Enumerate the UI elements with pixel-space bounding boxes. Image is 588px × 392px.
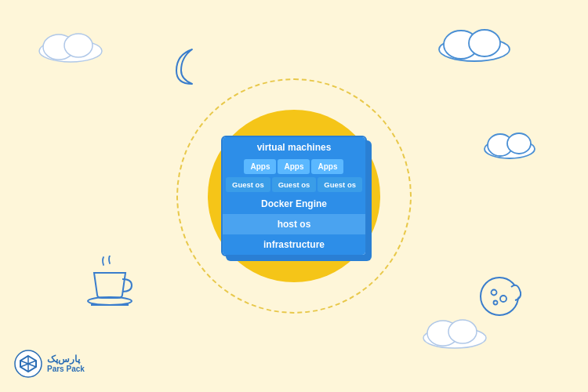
apps-badge-3: Apps: [312, 159, 344, 174]
cloud-top-right: [431, 20, 517, 66]
main-scene: virtual machines Apps Apps Apps Guest os…: [0, 0, 588, 392]
docker-card: virtual machines Apps Apps Apps Guest os…: [221, 136, 367, 256]
logo-english-text: Pars Pack: [47, 365, 85, 373]
logo-persian-text: پارس‌پک: [47, 354, 85, 365]
logo-icon: [14, 350, 42, 378]
cloud-mid-right: [478, 125, 541, 164]
apps-row: Apps Apps Apps: [223, 158, 365, 176]
logo-text: پارس‌پک Pars Pack: [47, 354, 85, 373]
infrastructure-label: infrastructure: [223, 234, 365, 255]
docker-engine-label: Docker Engine: [223, 194, 365, 214]
guest-badge-2: Guest os: [272, 177, 317, 192]
apps-badge-2: Apps: [278, 159, 310, 174]
svg-point-2: [64, 34, 93, 57]
svg-point-12: [481, 278, 518, 315]
svg-point-11: [448, 320, 477, 343]
svg-point-13: [492, 290, 497, 296]
svg-point-8: [507, 133, 531, 154]
guests-row: Guest os Guest os Guest os: [223, 176, 365, 194]
host-os-label: host os: [223, 214, 365, 234]
coffee-cup-icon: [86, 256, 137, 314]
svg-point-14: [500, 296, 506, 302]
logo: پارس‌پک Pars Pack: [14, 350, 85, 378]
guest-badge-3: Guest os: [318, 177, 362, 192]
cloud-top-left: [31, 24, 110, 66]
card-content: virtual machines Apps Apps Apps Guest os…: [221, 136, 367, 256]
moon-icon: [169, 43, 208, 89]
cookie-icon: [478, 275, 521, 321]
svg-point-15: [494, 301, 498, 305]
apps-badge-1: Apps: [245, 159, 277, 174]
virtual-machines-label: virtual machines: [223, 137, 365, 158]
svg-point-5: [469, 30, 500, 56]
guest-badge-1: Guest os: [226, 177, 270, 192]
